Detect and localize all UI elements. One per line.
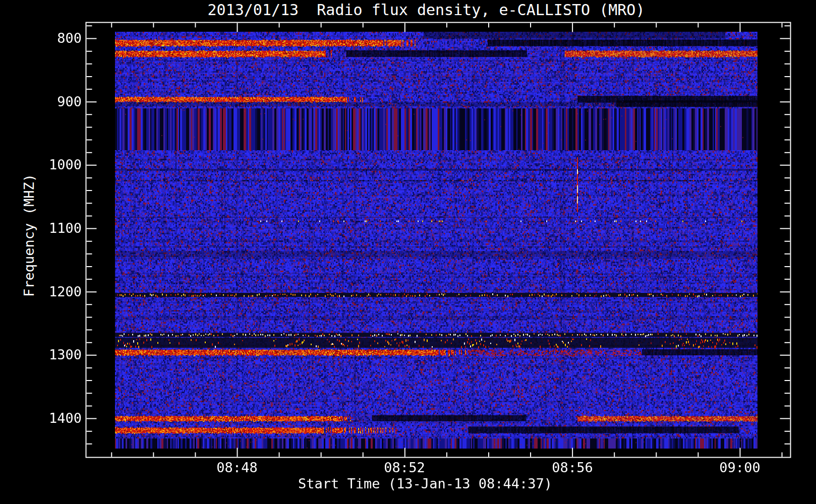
y-tick-label: 800 (16, 30, 82, 46)
y-tick-label: 1200 (16, 284, 82, 300)
axes-frame (0, 0, 816, 504)
y-tick-label: 1300 (16, 347, 82, 363)
y-tick-label: 1400 (16, 410, 82, 426)
x-tick-label: 09:00 (719, 460, 760, 475)
x-tick-label: 08:56 (552, 460, 593, 475)
y-tick-label: 1100 (16, 220, 82, 236)
y-tick-label: 1000 (16, 157, 82, 173)
x-tick-label: 08:52 (384, 460, 425, 475)
spectrogram-page: 2013/01/13 Radio flux density, e-CALLIST… (0, 0, 816, 504)
x-axis-title: Start Time (13-Jan-13 08:44:37) (298, 476, 552, 491)
x-tick-label: 08:48 (216, 460, 257, 475)
y-tick-label: 900 (16, 94, 82, 110)
